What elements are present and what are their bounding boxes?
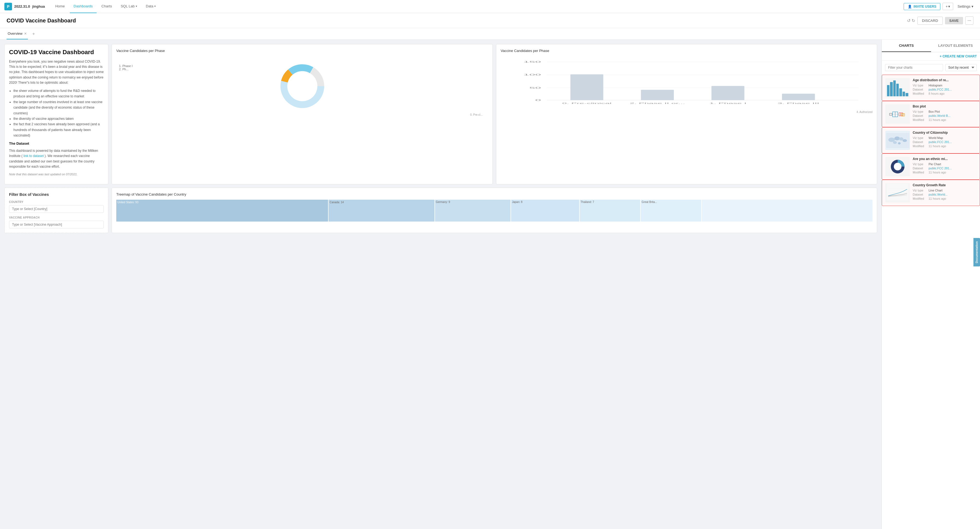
- settings-caret-icon: ▾: [972, 5, 974, 8]
- redo-icon[interactable]: ↻: [912, 18, 915, 23]
- text-card-heading: COVID-19 Vaccine Dashboard: [9, 49, 104, 56]
- world-map-svg: [886, 133, 909, 148]
- data-caret-icon: ▾: [154, 5, 156, 8]
- svg-rect-17: [711, 86, 744, 100]
- svg-point-32: [888, 138, 895, 142]
- donut-legend: 1. Phase I 2. Ph...: [119, 64, 133, 71]
- chart-item-country-citizenship[interactable]: Country of Citizenship Viz type World Ma…: [882, 127, 980, 153]
- line-chart-svg: [887, 183, 908, 201]
- svg-text:0. Pre-clinical: 0. Pre-clinical: [562, 102, 611, 105]
- meta-row-dataset: Dataset public.FCC 201...: [913, 88, 977, 91]
- dataset-link[interactable]: link to dataset: [24, 154, 44, 158]
- sort-select[interactable]: Sort by recent Sort by name Sort by type: [945, 64, 977, 71]
- histogram-thumb: [885, 78, 910, 97]
- nav-sql-lab[interactable]: SQL Lab ▾: [117, 0, 141, 13]
- chart-name-growth: Country Growth Rate: [913, 183, 977, 187]
- documentation-tab[interactable]: Documentation: [974, 238, 980, 267]
- top-navigation: P 2022.31.0 jinghua Home Dashboards Char…: [0, 0, 980, 13]
- settings-button[interactable]: Settings ▾: [955, 3, 975, 10]
- svg-point-35: [902, 139, 907, 142]
- chart-info-ethnic: Are you an ethnic mi... Viz type Pie Cha…: [913, 157, 977, 176]
- meta-row-viz: Viz type Histogram: [913, 84, 977, 87]
- discard-button[interactable]: DISCARD: [917, 17, 943, 25]
- add-tab-button[interactable]: +: [30, 29, 37, 38]
- pie-thumb: [885, 157, 910, 176]
- tab-overview[interactable]: Overview ✕: [6, 28, 28, 40]
- chart-meta-boxplot: Viz type Box Plot Dataset public.World B…: [913, 110, 977, 121]
- chart-item-growth-rate[interactable]: Country Growth Rate Viz type Line Chart …: [882, 180, 980, 206]
- plus-icon: +: [945, 5, 948, 8]
- chart-item-age-distribution[interactable]: Age distribution of re... Viz type Histo…: [882, 75, 980, 101]
- dashboard-row-1: COVID-19 Vaccine Dashboard Everywhere yo…: [5, 44, 877, 184]
- undo-icon[interactable]: ↺: [907, 18, 910, 23]
- chart-meta-growth: Viz type Line Chart Dataset public.World…: [913, 189, 977, 200]
- panel-toolbar: Sort by recent Sort by name Sort by type: [882, 61, 980, 75]
- chart-thumb-ethnic-pie: [885, 157, 910, 176]
- chart-filter-input[interactable]: [885, 64, 943, 71]
- svg-text:P: P: [7, 5, 9, 9]
- filter-box-title: Filter Box of Vaccines: [9, 192, 104, 197]
- treemap-cell-canada: Canada: 14: [329, 200, 434, 222]
- main-layout: COVID-19 Vaccine Dashboard Everywhere yo…: [0, 40, 980, 529]
- chart-item-ethnic-minority[interactable]: Are you an ethnic mi... Viz type Pie Cha…: [882, 153, 980, 180]
- chart-name-country: Country of Citizenship: [913, 131, 977, 135]
- invite-users-button[interactable]: 👤 INVITE USERS: [904, 3, 940, 10]
- brand-logo-area[interactable]: P 2022.31.0 jinghua: [5, 3, 45, 10]
- svg-rect-18: [782, 94, 815, 100]
- svg-text:50: 50: [529, 86, 541, 89]
- filter-box-card: Filter Box of Vaccines COUNTRY VACCINE A…: [5, 187, 108, 233]
- nav-data[interactable]: Data ▾: [142, 0, 159, 13]
- app-version: 2022.31.0: [14, 5, 30, 8]
- svg-point-33: [894, 137, 900, 140]
- nav-links: Home Dashboards Charts SQL Lab ▾ Data ▾: [51, 0, 904, 13]
- svg-text:1. Phase I: 1. Phase I: [710, 102, 746, 105]
- chart-name-boxplot: Box plot: [913, 105, 977, 108]
- nav-home[interactable]: Home: [51, 0, 69, 13]
- text-info-card: COVID-19 Vaccine Dashboard Everywhere yo…: [5, 44, 108, 184]
- nav-charts[interactable]: Charts: [98, 0, 116, 13]
- treemap-cell-gb: Great Brita...: [641, 200, 701, 222]
- chart-thumb-age-distribution: [885, 78, 910, 97]
- add-button[interactable]: + ▾: [942, 3, 953, 10]
- chart-meta-ethnic: Viz type Pie Chart Dataset public.FCC 20…: [913, 162, 977, 174]
- tab-close-icon[interactable]: ✕: [24, 32, 27, 36]
- person-icon: 👤: [908, 5, 912, 8]
- svg-rect-15: [570, 75, 603, 100]
- bullet-3: the diversity of vaccine approaches take…: [13, 116, 104, 121]
- panel-tab-layout[interactable]: LAYOUT ELEMENTS: [931, 40, 980, 52]
- svg-point-37: [898, 142, 900, 145]
- panel-tab-charts[interactable]: CHARTS: [882, 40, 931, 52]
- svg-rect-16: [641, 90, 674, 100]
- dataset-description: This dashboard is powered by data mainta…: [9, 148, 104, 169]
- bullet-1: the sheer volume of attempts to fund the…: [13, 88, 104, 99]
- dashboard-actions: ↺ ↻ DISCARD SAVE ···: [907, 16, 974, 25]
- chart-item-box-plot[interactable]: Box plot Viz type Box Plot Dataset publi…: [882, 101, 980, 127]
- svg-rect-40: [887, 184, 908, 200]
- chart-info-country-citizenship: Country of Citizenship Viz type World Ma…: [913, 131, 977, 150]
- save-button[interactable]: SAVE: [945, 17, 963, 24]
- tabs-bar: Overview ✕ +: [0, 28, 980, 40]
- create-new-chart-button[interactable]: + CREATE NEW CHART: [940, 54, 977, 58]
- country-filter-input[interactable]: [9, 205, 104, 213]
- chart-thumb-growth-line: [885, 183, 910, 202]
- chart-meta-country: Viz type World Map Dataset public.FCC 20…: [913, 136, 977, 148]
- svg-text:100: 100: [523, 73, 541, 76]
- bar-label-authorized: 4. Authorized: [857, 111, 872, 113]
- bar-chart-svg: 150 100 50 0: [512, 59, 864, 105]
- chart-thumb-box-plot: [885, 105, 910, 124]
- plus-caret-icon: ▾: [948, 5, 950, 8]
- app-username: jinghua: [32, 5, 45, 8]
- dashboard-title: COVID Vaccine Dashboard: [6, 17, 76, 24]
- nav-dashboards[interactable]: Dashboards: [70, 0, 97, 13]
- create-chart-area: + CREATE NEW CHART: [882, 52, 980, 61]
- more-options-button[interactable]: ···: [965, 16, 974, 25]
- chart-list: Age distribution of re... Viz type Histo…: [882, 75, 980, 529]
- vaccine-filter-input[interactable]: [9, 221, 104, 229]
- vaccine-phase-donut-card: Vaccine Candidates per Phase 1. Phase I …: [111, 44, 493, 184]
- dashboard-area: COVID-19 Vaccine Dashboard Everywhere yo…: [0, 40, 881, 529]
- tab-overview-label: Overview: [8, 32, 22, 36]
- svg-point-6: [287, 71, 317, 101]
- chart-thumb-country-map: [885, 131, 910, 150]
- chart-name-ethnic: Are you an ethnic mi...: [913, 157, 977, 161]
- boxplot-svg: [888, 107, 908, 122]
